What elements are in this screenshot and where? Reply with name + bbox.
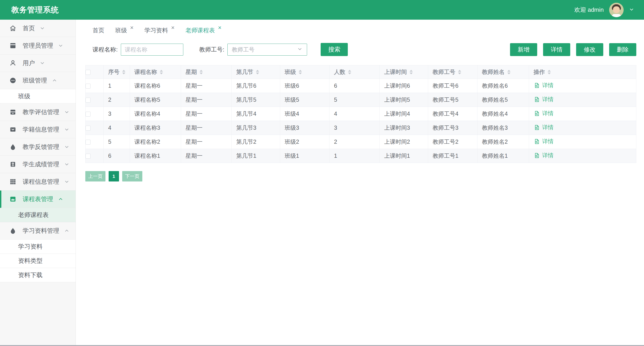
cell-class: 班级4 — [280, 107, 330, 121]
table-row: 3 课程名称4 星期一 第几节4 班级4 4 上课时间4 教师工号4 教师姓名4 — [86, 107, 636, 121]
avatar-shirt — [612, 14, 621, 17]
row-detail-link[interactable]: 详情 — [534, 96, 554, 103]
select-all-checkbox[interactable] — [86, 70, 90, 75]
tab-teacher-timetable[interactable]: 老师课程表 × — [185, 26, 221, 34]
sort-icon[interactable] — [410, 70, 413, 74]
cell-time: 上课时间2 — [380, 135, 428, 149]
sidebar-subitem-class[interactable]: 班级 — [0, 89, 76, 104]
file-search-icon — [534, 82, 540, 89]
chevron-up-icon — [52, 78, 58, 83]
tab-materials[interactable]: 学习资料 × — [144, 26, 174, 34]
cell-period: 第几节3 — [232, 121, 280, 135]
user-avatar[interactable] — [609, 3, 624, 17]
sidebar-item-materials-mgmt[interactable]: 学习资料管理 — [0, 222, 76, 240]
row-checkbox[interactable] — [86, 112, 90, 117]
chevron-up-icon — [64, 228, 70, 234]
col-time: 上课时间 — [384, 68, 407, 76]
sidebar-item-users[interactable]: 用户 — [0, 54, 76, 72]
edit-button[interactable]: 修改 — [576, 43, 603, 56]
close-icon[interactable]: × — [171, 24, 174, 31]
cell-count: 2 — [330, 135, 380, 149]
prev-page-button[interactable]: 上一页 — [85, 171, 106, 181]
sort-icon[interactable] — [548, 70, 551, 74]
chevron-down-icon — [64, 179, 70, 185]
sort-icon[interactable] — [122, 70, 125, 74]
detail-button[interactable]: 详情 — [543, 43, 570, 56]
cell-time: 上课时间6 — [380, 79, 428, 93]
sort-icon[interactable] — [507, 70, 510, 74]
chevron-down-icon — [64, 161, 70, 167]
row-checkbox[interactable] — [86, 84, 90, 89]
tab-class[interactable]: 班级 × — [115, 26, 134, 34]
current-page-button[interactable]: 1 — [108, 171, 119, 181]
search-toolbar: 课程名称: 教师工号: 教师工号 搜索 新增 详情 修改 删除 — [92, 43, 636, 56]
file-search-icon — [534, 152, 540, 159]
add-button[interactable]: 新增 — [510, 43, 537, 56]
close-icon[interactable]: × — [218, 24, 221, 31]
col-count: 人数 — [334, 68, 345, 76]
row-checkbox[interactable] — [86, 98, 90, 103]
sidebar-subitem-material-types[interactable]: 资料类型 — [0, 254, 76, 268]
cell-teacher-name: 教师姓名1 — [478, 149, 529, 163]
teacher-id-select[interactable]: 教师工号 — [228, 44, 307, 56]
file-search-icon — [534, 96, 540, 103]
top-header: 教务管理系统 欢迎 admin — [0, 0, 644, 20]
sidebar-item-eval-mgmt[interactable]: 教学评估管理 — [0, 104, 76, 121]
cell-class: 班级3 — [280, 121, 330, 135]
row-checkbox[interactable] — [86, 140, 90, 145]
tab-home[interactable]: 首页 — [92, 26, 104, 34]
next-page-button[interactable]: 下一页 — [122, 171, 142, 181]
row-detail-link[interactable]: 详情 — [534, 82, 554, 89]
pagination: 上一页 1 下一页 — [85, 171, 636, 181]
sort-icon[interactable] — [200, 70, 203, 74]
sidebar-subitem-materials[interactable]: 学习资料 — [0, 240, 76, 254]
course-name-label: 课程名称: — [92, 46, 118, 54]
cell-course: 课程名称1 — [130, 149, 181, 163]
cell-index: 6 — [104, 149, 130, 163]
search-button[interactable]: 搜索 — [321, 43, 348, 56]
delete-button[interactable]: 删除 — [609, 43, 636, 56]
sort-icon[interactable] — [348, 70, 351, 74]
course-name-input[interactable] — [121, 44, 183, 56]
table-body: 1 课程名称6 星期一 第几节6 班级6 6 上课时间6 教师工号6 教师姓名6 — [86, 79, 636, 163]
cell-time: 上课时间4 — [380, 107, 428, 121]
sidebar-item-feedback-mgmt[interactable]: 教学反馈管理 — [0, 138, 76, 156]
sidebar-item-timetable-mgmt[interactable]: 课程表管理 — [0, 190, 76, 208]
table-row: 5 课程名称2 星期一 第几节2 班级2 2 上课时间2 教师工号2 教师姓名2 — [86, 135, 636, 149]
sidebar-subitem-teacher-timetable[interactable]: 老师课程表 — [0, 208, 76, 222]
cell-period: 第几节2 — [232, 135, 280, 149]
user-menu-chevron-down-icon[interactable] — [628, 6, 634, 13]
sidebar-item-grades-mgmt[interactable]: 学生成绩管理 — [0, 156, 76, 173]
cell-teacher-id: 教师工号2 — [428, 135, 478, 149]
cell-course: 课程名称3 — [130, 121, 181, 135]
row-detail-link[interactable]: 详情 — [534, 110, 554, 117]
sort-icon[interactable] — [256, 70, 259, 74]
cell-index: 1 — [104, 79, 130, 93]
sort-icon[interactable] — [458, 70, 461, 74]
grid-icon — [9, 178, 17, 185]
sidebar-subitem-material-downloads[interactable]: 资料下载 — [0, 268, 76, 282]
row-detail-link[interactable]: 详情 — [534, 152, 554, 159]
file-search-icon — [534, 124, 540, 131]
cell-course: 课程名称6 — [130, 79, 181, 93]
cell-time: 上课时间5 — [380, 93, 428, 107]
app-title: 教务管理系统 — [11, 5, 59, 15]
sidebar-item-class-mgmt[interactable]: 班级管理 — [0, 72, 76, 89]
sort-icon[interactable] — [299, 70, 302, 74]
sidebar-item-admin-mgmt[interactable]: 管理员管理 — [0, 37, 76, 54]
file-search-icon — [534, 110, 540, 117]
row-checkbox[interactable] — [86, 126, 90, 131]
sort-icon[interactable] — [160, 70, 163, 74]
close-icon[interactable]: × — [130, 24, 134, 31]
schedule-icon — [9, 195, 17, 203]
row-detail-link[interactable]: 详情 — [534, 138, 554, 145]
cell-week: 星期一 — [181, 79, 232, 93]
cell-week: 星期一 — [181, 93, 232, 107]
row-detail-link[interactable]: 详情 — [534, 124, 554, 131]
cell-course: 课程名称5 — [130, 93, 181, 107]
sidebar-item-home[interactable]: 首页 — [0, 20, 76, 37]
row-checkbox[interactable] — [86, 154, 90, 159]
sidebar-item-enrollment-mgmt[interactable]: 学籍信息管理 — [0, 121, 76, 138]
sidebar-item-course-info-mgmt[interactable]: 课程信息管理 — [0, 173, 76, 190]
home-icon — [9, 24, 17, 32]
